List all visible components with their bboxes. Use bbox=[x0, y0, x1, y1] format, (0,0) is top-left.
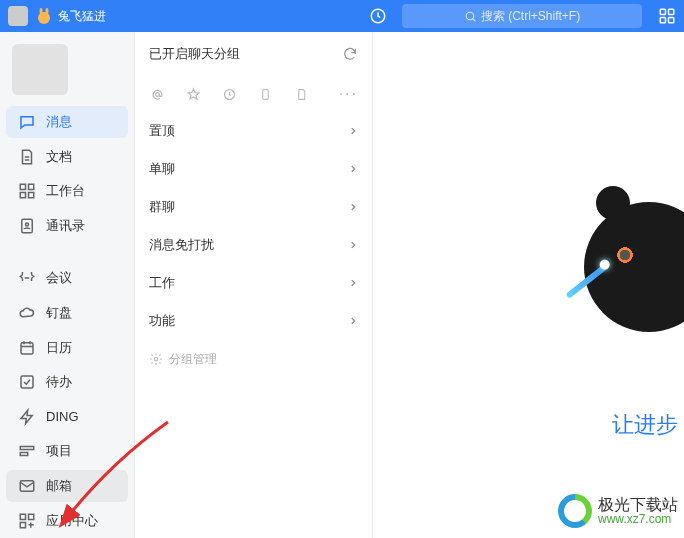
svg-rect-20 bbox=[20, 514, 25, 519]
more-icon[interactable]: ··· bbox=[339, 85, 358, 103]
gear-icon bbox=[149, 352, 163, 366]
sidebar-item-label: DING bbox=[46, 409, 79, 424]
search-input[interactable]: 搜索 (Ctrl+Shift+F) bbox=[402, 4, 642, 28]
watermark-logo-icon bbox=[558, 494, 592, 528]
sidebar-item-label: 消息 bbox=[46, 113, 72, 131]
sidebar-item-ding[interactable]: DING bbox=[6, 401, 128, 434]
group-item-pin[interactable]: 置顶 bbox=[135, 112, 372, 150]
star-icon[interactable] bbox=[185, 86, 201, 102]
sidebar-item-label: 会议 bbox=[46, 269, 72, 287]
svg-rect-16 bbox=[21, 376, 33, 388]
chatgroup-header: 已开启聊天分组 bbox=[135, 32, 372, 76]
title-bar: 兔飞猛进 搜索 (Ctrl+Shift+F) bbox=[0, 0, 684, 32]
svg-point-14 bbox=[26, 223, 29, 226]
todo-icon bbox=[18, 373, 36, 391]
sidebar-item-project[interactable]: 项目 bbox=[6, 435, 128, 468]
svg-rect-15 bbox=[21, 342, 33, 353]
chatgroup-toolbar: ··· bbox=[135, 76, 372, 112]
watermark-url: www.xz7.com bbox=[598, 513, 678, 526]
group-item-group[interactable]: 群聊 bbox=[135, 188, 372, 226]
ding-icon bbox=[18, 408, 36, 426]
svg-rect-10 bbox=[29, 184, 34, 189]
svg-point-2 bbox=[46, 8, 49, 14]
sidebar-item-workbench[interactable]: 工作台 bbox=[6, 175, 128, 208]
appcenter-icon bbox=[18, 512, 36, 530]
cloud-icon bbox=[18, 304, 36, 322]
svg-point-4 bbox=[466, 12, 474, 20]
svg-rect-9 bbox=[20, 184, 25, 189]
watermark: 极光下载站 www.xz7.com bbox=[558, 494, 678, 528]
chatgroup-header-text: 已开启聊天分组 bbox=[149, 45, 240, 63]
svg-rect-25 bbox=[262, 89, 267, 99]
refresh-icon[interactable] bbox=[342, 46, 358, 62]
group-label: 工作 bbox=[149, 274, 175, 292]
sidebar-item-label: 工作台 bbox=[46, 182, 85, 200]
slogan-text: 让进步 bbox=[612, 410, 678, 440]
sidebar-item-docs[interactable]: 文档 bbox=[6, 140, 128, 173]
sidebar-item-meeting[interactable]: 会议 bbox=[6, 262, 128, 295]
svg-rect-8 bbox=[669, 18, 674, 23]
file-icon[interactable] bbox=[293, 86, 309, 102]
sidebar-item-label: 文档 bbox=[46, 148, 72, 166]
sidebar-item-contacts[interactable]: 通讯录 bbox=[6, 209, 128, 242]
group-label: 置顶 bbox=[149, 122, 175, 140]
group-label: 功能 bbox=[149, 312, 175, 330]
group-item-single[interactable]: 单聊 bbox=[135, 150, 372, 188]
sidebar-item-label: 通讯录 bbox=[46, 217, 85, 235]
watermark-name: 极光下载站 bbox=[598, 496, 678, 514]
app-title: 兔飞猛进 bbox=[58, 8, 106, 25]
bunny-icon bbox=[34, 6, 54, 26]
workbench-icon bbox=[18, 182, 36, 200]
svg-rect-12 bbox=[29, 193, 34, 198]
chevron-right-icon bbox=[348, 240, 358, 250]
mail-icon bbox=[18, 477, 36, 495]
project-icon bbox=[18, 442, 36, 460]
later-icon[interactable] bbox=[221, 86, 237, 102]
svg-point-26 bbox=[154, 357, 158, 361]
chevron-right-icon bbox=[348, 126, 358, 136]
history-icon[interactable] bbox=[364, 2, 392, 30]
svg-rect-18 bbox=[20, 453, 28, 456]
sidebar-item-label: 日历 bbox=[46, 339, 72, 357]
sidebar-item-label: 待办 bbox=[46, 373, 72, 391]
sidebar-item-label: 钉盘 bbox=[46, 304, 72, 322]
phone-icon[interactable] bbox=[257, 86, 273, 102]
sidebar-item-mail[interactable]: 邮箱 bbox=[6, 470, 128, 503]
group-label: 群聊 bbox=[149, 198, 175, 216]
chat-groups-panel: 已开启聊天分组 ··· 置顶 单聊 群聊 消息免打扰 工作 bbox=[135, 32, 373, 538]
apps-grid-icon[interactable] bbox=[658, 7, 676, 25]
chevron-right-icon bbox=[348, 278, 358, 288]
at-icon[interactable] bbox=[149, 86, 165, 102]
chat-icon bbox=[18, 113, 36, 131]
sidebar-item-calendar[interactable]: 日历 bbox=[6, 331, 128, 364]
svg-rect-5 bbox=[660, 9, 665, 14]
titlebar-avatar[interactable] bbox=[8, 6, 28, 26]
group-manage-label: 分组管理 bbox=[169, 351, 217, 368]
group-item-work[interactable]: 工作 bbox=[135, 264, 372, 302]
svg-rect-22 bbox=[20, 522, 25, 527]
svg-point-0 bbox=[38, 12, 50, 24]
group-manage[interactable]: 分组管理 bbox=[135, 340, 372, 378]
sidebar-item-cloud[interactable]: 钉盘 bbox=[6, 297, 128, 330]
meeting-icon bbox=[18, 269, 36, 287]
group-item-function[interactable]: 功能 bbox=[135, 302, 372, 340]
sidebar-item-todo[interactable]: 待办 bbox=[6, 366, 128, 399]
group-label: 单聊 bbox=[149, 160, 175, 178]
search-placeholder: 搜索 (Ctrl+Shift+F) bbox=[481, 8, 580, 25]
svg-point-1 bbox=[40, 8, 43, 14]
svg-rect-7 bbox=[660, 18, 665, 23]
sidebar-item-label: 项目 bbox=[46, 442, 72, 460]
sidebar-item-appcenter[interactable]: 应用中心 bbox=[6, 504, 128, 537]
chevron-right-icon bbox=[348, 202, 358, 212]
user-avatar[interactable] bbox=[12, 44, 68, 95]
chevron-right-icon bbox=[348, 316, 358, 326]
chevron-right-icon bbox=[348, 164, 358, 174]
svg-rect-21 bbox=[29, 514, 34, 519]
sidebar-item-label: 应用中心 bbox=[46, 512, 98, 530]
group-label: 消息免打扰 bbox=[149, 236, 214, 254]
group-item-dnd[interactable]: 消息免打扰 bbox=[135, 226, 372, 264]
sidebar: 消息 文档 工作台 通讯录 会议 钉盘 日历 待办 bbox=[0, 32, 135, 538]
content-area: 让进步 极光下载站 www.xz7.com bbox=[373, 32, 684, 538]
sidebar-item-messages[interactable]: 消息 bbox=[6, 106, 128, 139]
svg-rect-6 bbox=[669, 9, 674, 14]
